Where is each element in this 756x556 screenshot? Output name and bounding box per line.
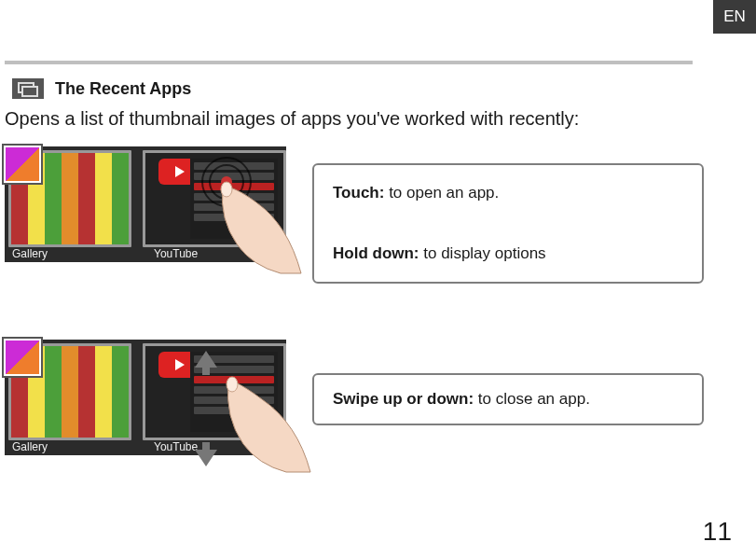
recent-apps-icon [12,78,44,99]
thumb-label-youtube: YouTube [154,247,198,260]
language-tab: EN [713,0,756,34]
arrow-up-icon [193,349,219,375]
callout-touch-hold: Touch: to open an app. Hold down: to dis… [312,163,704,284]
callout-swipe: Swipe up or down: to close an app. [312,373,704,425]
label-touch: Touch: [333,184,384,202]
text-hold: to display options [419,244,546,262]
arrow-down-icon [193,442,219,468]
svg-rect-1 [22,87,37,96]
page-number: 11 [703,517,732,547]
swipe-arrows [184,349,228,468]
thumb-youtube [143,150,286,247]
section-divider [5,61,693,64]
text-swipe: to close an app. [474,390,590,408]
screenshot-touch: Gallery YouTube [5,146,286,262]
thumb-label-gallery: Gallery [12,440,48,453]
thumb-gallery [8,150,131,247]
label-hold: Hold down: [333,244,419,262]
section-title: The Recent Apps [55,79,191,99]
thumb-gallery [8,343,131,440]
text-touch: to open an app. [384,184,499,202]
label-swipe: Swipe up or down: [333,390,474,408]
thumb-label-gallery: Gallery [12,247,48,260]
section-description: Opens a list of thumbnail images of apps… [5,108,741,130]
screenshot-swipe: Gallery YouTube [5,340,286,455]
